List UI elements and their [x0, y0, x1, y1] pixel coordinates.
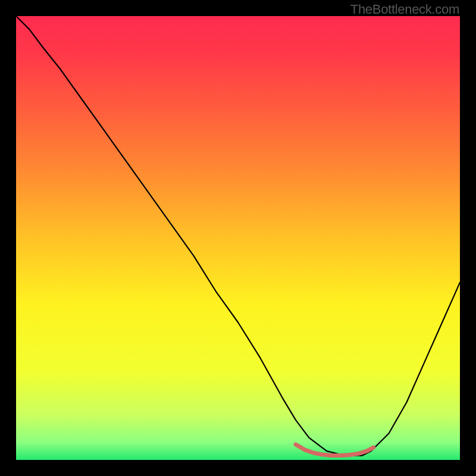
gradient-background [16, 16, 460, 460]
plot-area [16, 16, 460, 460]
watermark-text: TheBottleneck.com [350, 2, 459, 17]
chart-container: TheBottleneck.com [0, 0, 476, 476]
chart-svg [16, 16, 460, 460]
